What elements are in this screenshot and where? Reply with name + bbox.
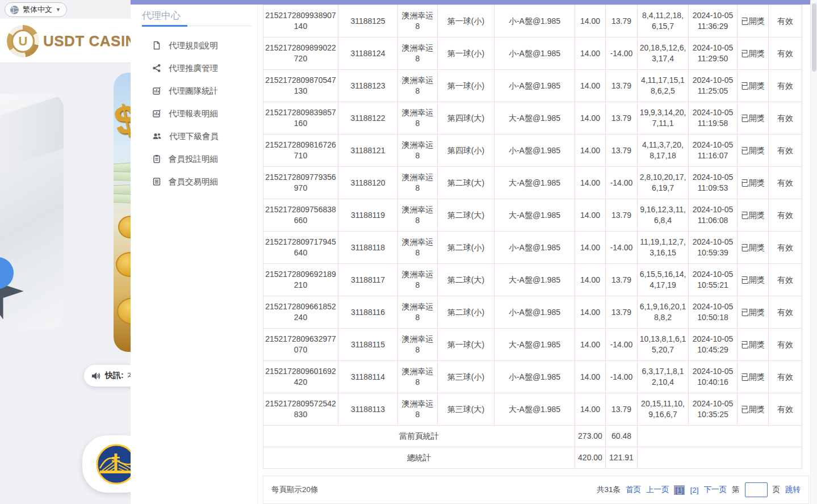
cell-status: 已開獎: [738, 296, 769, 329]
cell-order-number: 2152172809899022720: [263, 37, 338, 70]
list-icon: [152, 177, 161, 186]
scrollbar-thumb[interactable]: [812, 3, 816, 72]
page: 繁体中文 ▼ U USDT CASINO ★ $ 快訊: 本: [0, 0, 817, 504]
sidebar-item-label: 代理報表明細: [169, 108, 218, 119]
bets-table: 2152172809938907140 31188125 澳洲幸运8 第一球(小…: [263, 5, 802, 469]
cell-win-loss: 13.79: [606, 264, 638, 296]
cell-order-number: 2152172809938907140: [263, 5, 338, 37]
prev-page-link[interactable]: 上一页: [646, 485, 669, 495]
cell-game-name: 澳洲幸运8: [398, 70, 438, 102]
sidebar-title-underline: [142, 25, 187, 27]
next-page-link[interactable]: 下一页: [704, 485, 727, 495]
vertical-scrollbar[interactable]: [810, 0, 817, 504]
cell-validity: 有效: [769, 70, 802, 102]
cell-win-loss: 13.79: [606, 70, 638, 102]
cell-bet-id: 31188113: [338, 393, 398, 426]
page-2-link[interactable]: [2]: [690, 486, 698, 494]
horizontal-scrollbar[interactable]: [131, 0, 817, 5]
casino-logo-emblem: U: [7, 25, 39, 57]
cell-validity: 有效: [769, 37, 802, 70]
sidebar-item-label: 代理團隊統計: [169, 86, 218, 96]
cell-bet-id: 31188122: [338, 102, 398, 135]
cell-game-name: 澳洲幸运8: [398, 393, 438, 426]
table-row: 2152172809839857160 31188122 澳洲幸运8 第四球(大…: [263, 102, 802, 135]
cell-status: 已開獎: [738, 393, 769, 426]
cell-draw-numbers: 10,13,8,1,6,15,20,7: [638, 329, 689, 361]
cell-game-name: 澳洲幸运8: [398, 199, 438, 232]
cell-validity: 有效: [769, 135, 802, 167]
cell-bet-id: 31188120: [338, 167, 398, 199]
first-page-link[interactable]: 首页: [626, 485, 641, 495]
sidebar-item-report-detail[interactable]: 代理報表明細: [131, 102, 257, 125]
jump-button[interactable]: 跳转: [785, 485, 801, 495]
banner-carousel-left[interactable]: ★: [0, 94, 64, 329]
table-row: 2152172809756838660 31188119 澳洲幸运8 第二球(大…: [263, 199, 802, 232]
sidebar-item-member-bets[interactable]: 會員投註明細: [131, 148, 257, 170]
sidebar-item-team-stats[interactable]: 代理團隊統計: [131, 79, 257, 102]
cell-validity: 有效: [769, 199, 802, 232]
chevron-down-icon: ▼: [56, 7, 61, 12]
table-row: 2152172809572542830 31188113 澳洲幸运8 第三球(大…: [263, 393, 802, 426]
cell-play-type: 第四球(小): [438, 135, 495, 167]
users-icon: [152, 132, 162, 141]
page-1-current[interactable]: [1]: [674, 485, 685, 495]
cell-bet-time: 2024-10-05 11:06:08: [689, 199, 738, 232]
cell-game-name: 澳洲幸运8: [398, 264, 438, 296]
cell-win-loss: -14.00: [606, 37, 638, 70]
report-icon: [152, 86, 161, 95]
cell-draw-numbers: 20,18,5,12,6,3,17,4: [638, 37, 689, 70]
page-jump-input[interactable]: [745, 482, 768, 497]
cell-play-type: 第三球(大): [438, 393, 495, 426]
cell-bet-content: 小-A盤@1.985: [495, 70, 575, 102]
cell-bet-content: 小-A盤@1.985: [495, 37, 575, 70]
language-label: 繁体中文: [23, 5, 52, 15]
cell-win-loss: 13.79: [606, 199, 638, 232]
cell-bet-id: 31188118: [338, 232, 398, 264]
sidebar-item-label: 會員交易明細: [169, 177, 218, 187]
cell-game-name: 澳洲幸运8: [398, 102, 438, 135]
speaker-icon: [91, 372, 101, 380]
cell-validity: 有效: [769, 296, 802, 329]
cell-status: 已開獎: [738, 37, 769, 70]
summary-label: 總統計: [263, 447, 575, 469]
cell-status: 已開獎: [738, 167, 769, 199]
cell-bet-id: 31188116: [338, 296, 398, 329]
cell-game-name: 澳洲幸运8: [398, 37, 438, 70]
cell-bet-content: 小-A盤@1.985: [495, 135, 575, 167]
clipboard-icon: [152, 154, 161, 163]
sidebar-item-agent-rules[interactable]: 代理規則說明: [131, 34, 257, 57]
summary-winloss: 121.91: [606, 447, 638, 469]
cell-status: 已開獎: [738, 361, 769, 393]
cell-draw-numbers: 6,1,9,16,20,18,8,2: [638, 296, 689, 329]
cell-validity: 有效: [769, 393, 802, 426]
cell-bet-time: 2024-10-05 11:36:29: [689, 5, 738, 37]
cell-status: 已開獎: [738, 102, 769, 135]
sidebar-item-agent-promo[interactable]: 代理推廣管理: [131, 57, 257, 79]
cell-bet-amount: 14.00: [575, 232, 606, 264]
cell-order-number: 2152172809816726710: [263, 135, 338, 167]
summary-amount: 273.00: [575, 426, 606, 447]
cell-bet-time: 2024-10-05 11:09:53: [689, 167, 738, 199]
cell-play-type: 第一球(大): [438, 329, 495, 361]
cell-play-type: 第一球(小): [438, 70, 495, 102]
cell-bet-time: 2024-10-05 10:59:39: [689, 232, 738, 264]
cell-draw-numbers: 6,3,17,1,8,12,10,4: [638, 361, 689, 393]
cell-draw-numbers: 4,11,17,15,18,6,2,5: [638, 70, 689, 102]
cell-bet-content: 大-A盤@1.985: [495, 102, 575, 135]
table-row: 2152172809816726710 31188121 澳洲幸运8 第四球(小…: [263, 135, 802, 167]
marquee-label: 快訊:: [105, 371, 124, 381]
cell-bet-time: 2024-10-05 10:55:21: [689, 264, 738, 296]
cell-validity: 有效: [769, 5, 802, 37]
sidebar-item-downline-members[interactable]: 代理下級會員: [131, 125, 257, 148]
sidebar-item-label: 代理下級會員: [169, 131, 219, 142]
cell-bet-amount: 14.00: [575, 296, 606, 329]
globe-icon: [10, 5, 19, 15]
cell-bet-amount: 14.00: [575, 102, 606, 135]
cell-bet-time: 2024-10-05 10:45:29: [689, 329, 738, 361]
cell-bet-amount: 14.00: [575, 264, 606, 296]
cell-bet-content: 大-A盤@1.985: [495, 329, 575, 361]
cell-play-type: 第二球(大): [438, 167, 495, 199]
cell-bet-time: 2024-10-05 10:35:25: [689, 393, 738, 426]
language-selector[interactable]: 繁体中文 ▼: [5, 2, 67, 17]
sidebar-item-member-transactions[interactable]: 會員交易明細: [131, 170, 257, 193]
